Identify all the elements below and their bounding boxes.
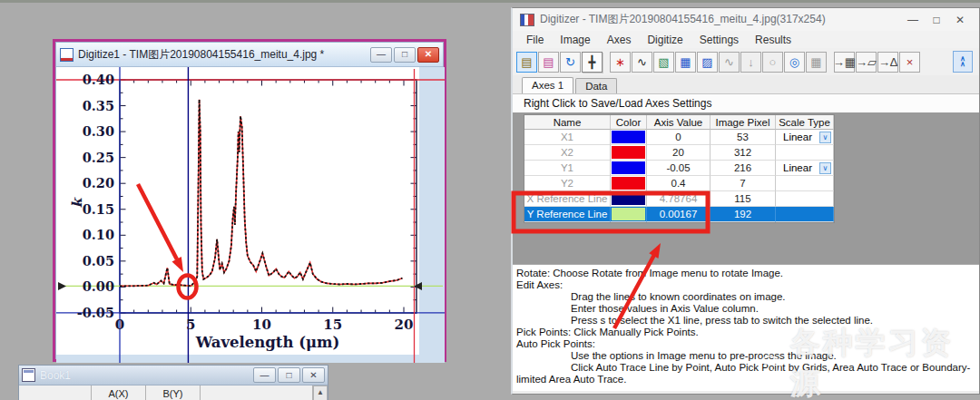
color-swatch[interactable] (611, 130, 647, 145)
y-tick-label: -0.05 (77, 305, 114, 320)
close-tool-button[interactable]: × (899, 52, 920, 73)
axis-value[interactable]: 0.00167 (647, 207, 710, 222)
screen-top-edge (0, 0, 980, 3)
column-header[interactable]: Image Pixel (710, 115, 776, 130)
lasso-tool-button[interactable]: ○ (762, 52, 783, 73)
instruction-line: Edit Axes: (516, 279, 975, 291)
table-row-y1[interactable]: Y1-0.05216Linear∨ (524, 161, 834, 176)
y-tick-label: 0.30 (83, 123, 114, 139)
menu-digitize[interactable]: Digitize (639, 34, 691, 46)
minimize-button[interactable]: — (253, 367, 276, 383)
export-to-peaks-button[interactable]: →∆ (877, 52, 898, 73)
menu-axes[interactable]: Axes (599, 34, 640, 46)
tab-axes-1[interactable]: Axes 1 (522, 77, 573, 93)
scale-type-dropdown[interactable]: ∨ (819, 162, 831, 174)
table-row-y-reference-line[interactable]: Y Reference Line0.00167192 (524, 207, 834, 222)
collapse-panel-button[interactable]: ∧∧ (953, 51, 973, 73)
digitize1-titlebar[interactable]: Digitize1 - TIM图片20190804155416_meitu_4.… (56, 43, 443, 67)
axis-value[interactable]: -0.05 (647, 161, 710, 176)
column-header[interactable]: Axis Value (647, 115, 710, 130)
column-header[interactable]: Scale Type (776, 115, 834, 130)
table-row-x1[interactable]: X1053Linear∨ (524, 130, 834, 145)
axis-value[interactable]: 0.4 (647, 176, 710, 191)
row-name[interactable]: Y1 (524, 161, 611, 176)
scale-type-dropdown[interactable]: ∨ (819, 132, 831, 143)
axes-panel: NameColorAxis ValueImage PixelScale Type… (513, 112, 979, 264)
auto-pick-grid-button[interactable]: ▦ (675, 52, 696, 73)
column-header-by[interactable]: B(Y) (146, 385, 201, 400)
manual-pick-points-button[interactable]: ∗ (610, 52, 631, 73)
goto-point-button[interactable]: ◎ (784, 52, 805, 73)
row-name[interactable]: X1 (524, 130, 611, 145)
digitizer-titlebar[interactable]: Digitizer - TIM图片20190804155416_meitu_4.… (513, 8, 979, 31)
scale-type[interactable]: Linear∨ (776, 130, 834, 145)
image-pixel[interactable]: 7 (710, 176, 776, 191)
color-swatch[interactable] (611, 145, 647, 161)
column-header[interactable]: Name (524, 115, 611, 130)
auto-trace-line-button[interactable]: ∿ (632, 52, 652, 73)
grid-settings-button[interactable]: ▦ (806, 52, 827, 73)
table-row-x2[interactable]: X220312 (524, 145, 834, 161)
tab-data[interactable]: Data (575, 78, 617, 93)
row-name[interactable]: Y2 (524, 176, 611, 191)
auto-trace-area-button[interactable]: ▧ (653, 52, 674, 73)
row-header-cell[interactable] (19, 385, 92, 400)
y-tick-label: 0.05 (83, 253, 114, 268)
maximize-button[interactable]: □ (278, 367, 300, 383)
menu-image[interactable]: Image (552, 34, 598, 46)
book1-titlebar[interactable]: Book1 — □ ✕ (19, 366, 328, 385)
row-name[interactable]: X2 (524, 145, 611, 161)
export-to-worksheet-button[interactable]: →▦ (834, 52, 855, 73)
scale-type[interactable] (776, 176, 834, 191)
image-pixel[interactable]: 53 (710, 130, 776, 145)
maximize-button[interactable]: □ (925, 14, 948, 26)
edit-axes-button[interactable]: ╋ (582, 52, 603, 73)
maximize-button[interactable]: □ (394, 47, 416, 63)
color-swatch[interactable] (611, 191, 647, 207)
edit-axes-icon: ╋ (589, 56, 596, 68)
image-pixel[interactable]: 312 (710, 145, 776, 161)
close-button[interactable]: ✕ (417, 47, 439, 63)
column-header[interactable]: Color (611, 115, 647, 130)
column-header-ax[interactable]: A(X) (92, 385, 146, 400)
image-pixel[interactable]: 216 (710, 161, 776, 176)
menu-results[interactable]: Results (747, 34, 799, 46)
color-swatch[interactable] (611, 176, 647, 191)
axes-table[interactable]: NameColorAxis ValueImage PixelScale Type… (524, 114, 835, 223)
image-pixel[interactable]: 192 (710, 207, 776, 222)
menu-file[interactable]: File (518, 34, 552, 46)
scale-type[interactable] (776, 207, 834, 222)
menu-settings[interactable]: Settings (691, 34, 747, 46)
scale-type[interactable] (776, 145, 834, 161)
lasso-tool-icon: ○ (769, 56, 777, 68)
digitizer-window-title: Digitizer - TIM图片20190804155416_meitu_4.… (540, 12, 901, 27)
color-swatch[interactable] (611, 161, 647, 176)
close-button[interactable]: ✕ (302, 367, 325, 383)
axis-value[interactable]: 0 (647, 130, 710, 145)
x-tick-label: 15 (323, 317, 342, 333)
table-row-y2[interactable]: Y20.47 (524, 176, 834, 191)
baseline-tool-button[interactable]: ↓ (740, 52, 761, 73)
spectrum-plot[interactable]: 0.400.350.300.250.200.150.100.050.00-0.0… (56, 67, 445, 363)
rotate-image-button[interactable]: ↻ (560, 52, 581, 73)
minimize-button[interactable]: — (901, 14, 925, 26)
row-name[interactable]: X Reference Line (524, 191, 611, 207)
scale-type[interactable] (776, 191, 834, 207)
scale-type[interactable]: Linear∨ (776, 161, 834, 176)
close-button[interactable]: ✕ (948, 14, 972, 26)
x-axis-title: Wavelength (μm) (195, 334, 340, 351)
minimize-button[interactable]: — (370, 47, 392, 63)
scrollbar-up-arrow[interactable]: ▲ (313, 385, 328, 400)
row-name[interactable]: Y Reference Line (524, 207, 611, 222)
color-swatch[interactable] (611, 207, 647, 222)
delete-points-button[interactable]: ▨ (697, 52, 718, 73)
worksheet-icon (22, 368, 35, 382)
import-image-button[interactable]: ▤ (516, 52, 537, 73)
polyline-tool-button[interactable]: ∿ (719, 52, 740, 73)
image-pixel[interactable]: 115 (710, 191, 776, 207)
axis-value[interactable]: 4.78764 (647, 191, 710, 207)
table-row-x-reference-line[interactable]: X Reference Line4.78764115 (524, 191, 834, 207)
export-to-graph-button[interactable]: →▱ (856, 52, 877, 73)
import-graph-button[interactable]: ▤ (538, 52, 559, 73)
axis-value[interactable]: 20 (647, 145, 710, 161)
